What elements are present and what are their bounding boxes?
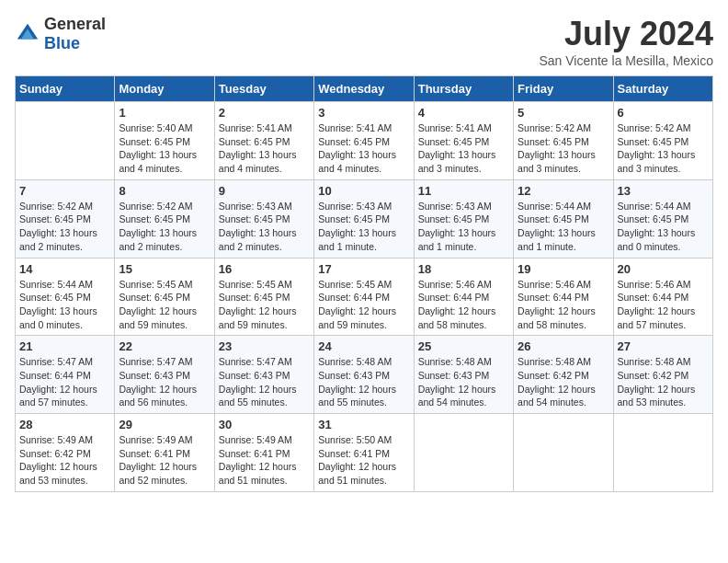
logo: General Blue xyxy=(15,15,106,53)
day-info: Sunrise: 5:42 AM Sunset: 6:45 PM Dayligh… xyxy=(19,200,110,254)
logo-general: General xyxy=(44,15,106,33)
day-number: 3 xyxy=(318,106,409,120)
day-cell: 2Sunrise: 5:41 AM Sunset: 6:45 PM Daylig… xyxy=(214,102,313,180)
day-cell: 25Sunrise: 5:48 AM Sunset: 6:43 PM Dayli… xyxy=(414,336,513,414)
day-cell: 6Sunrise: 5:42 AM Sunset: 6:45 PM Daylig… xyxy=(613,102,712,180)
column-header-saturday: Saturday xyxy=(613,76,712,102)
day-info: Sunrise: 5:47 AM Sunset: 6:43 PM Dayligh… xyxy=(119,355,210,409)
logo-icon xyxy=(15,21,40,47)
day-number: 1 xyxy=(119,106,210,120)
day-cell: 11Sunrise: 5:43 AM Sunset: 6:45 PM Dayli… xyxy=(414,179,513,258)
day-info: Sunrise: 5:46 AM Sunset: 6:44 PM Dayligh… xyxy=(418,278,509,332)
day-number: 10 xyxy=(318,184,409,198)
day-number: 28 xyxy=(19,418,110,431)
day-cell: 14Sunrise: 5:44 AM Sunset: 6:45 PM Dayli… xyxy=(16,258,115,336)
day-info: Sunrise: 5:43 AM Sunset: 6:45 PM Dayligh… xyxy=(219,200,310,254)
week-row-4: 21Sunrise: 5:47 AM Sunset: 6:44 PM Dayli… xyxy=(16,336,713,414)
day-cell xyxy=(514,414,613,492)
day-number: 26 xyxy=(518,339,609,353)
column-header-tuesday: Tuesday xyxy=(214,76,313,102)
day-cell: 28Sunrise: 5:49 AM Sunset: 6:42 PM Dayli… xyxy=(16,414,115,492)
day-number: 7 xyxy=(19,184,110,198)
day-cell: 13Sunrise: 5:44 AM Sunset: 6:45 PM Dayli… xyxy=(613,179,712,258)
day-info: Sunrise: 5:49 AM Sunset: 6:42 PM Dayligh… xyxy=(19,433,110,488)
column-header-monday: Monday xyxy=(115,76,214,102)
title-block: July 2024 San Vicente la Mesilla, Mexico xyxy=(539,15,713,68)
day-cell: 10Sunrise: 5:43 AM Sunset: 6:45 PM Dayli… xyxy=(314,179,414,258)
day-cell: 9Sunrise: 5:43 AM Sunset: 6:45 PM Daylig… xyxy=(214,179,313,258)
day-cell: 18Sunrise: 5:46 AM Sunset: 6:44 PM Dayli… xyxy=(414,258,513,336)
day-info: Sunrise: 5:48 AM Sunset: 6:42 PM Dayligh… xyxy=(618,355,709,409)
day-number: 6 xyxy=(618,106,709,120)
day-cell: 17Sunrise: 5:45 AM Sunset: 6:44 PM Dayli… xyxy=(314,258,414,336)
day-cell: 3Sunrise: 5:41 AM Sunset: 6:45 PM Daylig… xyxy=(314,102,414,180)
day-info: Sunrise: 5:48 AM Sunset: 6:43 PM Dayligh… xyxy=(318,355,409,409)
month-year: July 2024 xyxy=(539,15,713,53)
week-row-3: 14Sunrise: 5:44 AM Sunset: 6:45 PM Dayli… xyxy=(16,258,713,336)
day-number: 9 xyxy=(219,184,310,198)
day-cell: 22Sunrise: 5:47 AM Sunset: 6:43 PM Dayli… xyxy=(115,336,214,414)
day-number: 15 xyxy=(119,262,210,276)
day-cell: 24Sunrise: 5:48 AM Sunset: 6:43 PM Dayli… xyxy=(314,336,414,414)
day-number: 11 xyxy=(418,184,509,198)
day-number: 30 xyxy=(219,418,310,431)
day-info: Sunrise: 5:46 AM Sunset: 6:44 PM Dayligh… xyxy=(518,278,609,332)
day-info: Sunrise: 5:48 AM Sunset: 6:42 PM Dayligh… xyxy=(518,355,609,409)
header-row: SundayMondayTuesdayWednesdayThursdayFrid… xyxy=(16,76,713,102)
day-number: 18 xyxy=(418,262,509,276)
day-number: 31 xyxy=(318,418,409,431)
day-info: Sunrise: 5:41 AM Sunset: 6:45 PM Dayligh… xyxy=(318,121,409,176)
week-row-5: 28Sunrise: 5:49 AM Sunset: 6:42 PM Dayli… xyxy=(16,414,713,492)
day-number: 12 xyxy=(518,184,609,198)
day-info: Sunrise: 5:49 AM Sunset: 6:41 PM Dayligh… xyxy=(219,433,310,488)
logo-blue: Blue xyxy=(44,34,80,52)
week-row-2: 7Sunrise: 5:42 AM Sunset: 6:45 PM Daylig… xyxy=(16,179,713,258)
logo-text: General Blue xyxy=(44,15,106,53)
day-number: 5 xyxy=(518,106,609,120)
day-number: 14 xyxy=(19,262,110,276)
day-number: 24 xyxy=(318,339,409,353)
day-cell: 8Sunrise: 5:42 AM Sunset: 6:45 PM Daylig… xyxy=(115,179,214,258)
calendar-table: SundayMondayTuesdayWednesdayThursdayFrid… xyxy=(15,75,713,492)
day-info: Sunrise: 5:45 AM Sunset: 6:44 PM Dayligh… xyxy=(318,278,409,332)
day-cell: 21Sunrise: 5:47 AM Sunset: 6:44 PM Dayli… xyxy=(16,336,115,414)
day-number: 17 xyxy=(318,262,409,276)
day-info: Sunrise: 5:47 AM Sunset: 6:43 PM Dayligh… xyxy=(219,355,310,409)
day-cell: 15Sunrise: 5:45 AM Sunset: 6:45 PM Dayli… xyxy=(115,258,214,336)
day-number: 29 xyxy=(119,418,210,431)
day-number: 19 xyxy=(518,262,609,276)
day-info: Sunrise: 5:42 AM Sunset: 6:45 PM Dayligh… xyxy=(618,121,709,176)
day-info: Sunrise: 5:45 AM Sunset: 6:45 PM Dayligh… xyxy=(119,278,210,332)
day-info: Sunrise: 5:44 AM Sunset: 6:45 PM Dayligh… xyxy=(19,278,110,332)
day-info: Sunrise: 5:49 AM Sunset: 6:41 PM Dayligh… xyxy=(119,433,210,488)
day-info: Sunrise: 5:46 AM Sunset: 6:44 PM Dayligh… xyxy=(618,278,709,332)
day-number: 8 xyxy=(119,184,210,198)
day-cell: 16Sunrise: 5:45 AM Sunset: 6:45 PM Dayli… xyxy=(214,258,313,336)
day-cell xyxy=(16,102,115,180)
day-number: 23 xyxy=(219,339,310,353)
day-number: 13 xyxy=(618,184,709,198)
day-info: Sunrise: 5:41 AM Sunset: 6:45 PM Dayligh… xyxy=(219,121,310,176)
day-info: Sunrise: 5:43 AM Sunset: 6:45 PM Dayligh… xyxy=(418,200,509,254)
day-number: 20 xyxy=(618,262,709,276)
column-header-friday: Friday xyxy=(514,76,613,102)
day-cell: 30Sunrise: 5:49 AM Sunset: 6:41 PM Dayli… xyxy=(214,414,313,492)
day-info: Sunrise: 5:43 AM Sunset: 6:45 PM Dayligh… xyxy=(318,200,409,254)
location: San Vicente la Mesilla, Mexico xyxy=(539,53,713,68)
day-number: 27 xyxy=(618,339,709,353)
day-cell: 5Sunrise: 5:42 AM Sunset: 6:45 PM Daylig… xyxy=(514,102,613,180)
day-cell: 7Sunrise: 5:42 AM Sunset: 6:45 PM Daylig… xyxy=(16,179,115,258)
day-info: Sunrise: 5:44 AM Sunset: 6:45 PM Dayligh… xyxy=(618,200,709,254)
day-number: 22 xyxy=(119,339,210,353)
day-cell xyxy=(414,414,513,492)
day-number: 2 xyxy=(219,106,310,120)
day-cell: 27Sunrise: 5:48 AM Sunset: 6:42 PM Dayli… xyxy=(613,336,712,414)
day-info: Sunrise: 5:42 AM Sunset: 6:45 PM Dayligh… xyxy=(518,121,609,176)
day-cell: 23Sunrise: 5:47 AM Sunset: 6:43 PM Dayli… xyxy=(214,336,313,414)
day-info: Sunrise: 5:41 AM Sunset: 6:45 PM Dayligh… xyxy=(418,121,509,176)
day-cell: 12Sunrise: 5:44 AM Sunset: 6:45 PM Dayli… xyxy=(514,179,613,258)
day-cell: 26Sunrise: 5:48 AM Sunset: 6:42 PM Dayli… xyxy=(514,336,613,414)
day-info: Sunrise: 5:40 AM Sunset: 6:45 PM Dayligh… xyxy=(119,121,210,176)
day-info: Sunrise: 5:48 AM Sunset: 6:43 PM Dayligh… xyxy=(418,355,509,409)
day-number: 21 xyxy=(19,339,110,353)
